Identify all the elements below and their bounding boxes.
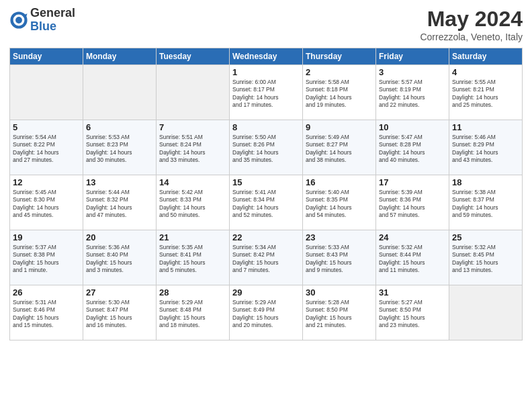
- day-number: 23: [306, 232, 373, 242]
- calendar-cell: 9Sunrise: 5:49 AM Sunset: 8:27 PM Daylig…: [303, 120, 376, 175]
- calendar-cell: [83, 65, 157, 120]
- calendar-week-row: 26Sunrise: 5:31 AM Sunset: 8:46 PM Dayli…: [10, 285, 523, 340]
- calendar-cell: 11Sunrise: 5:46 AM Sunset: 8:29 PM Dayli…: [449, 120, 523, 175]
- calendar-cell: 14Sunrise: 5:42 AM Sunset: 8:33 PM Dayli…: [157, 175, 230, 230]
- day-info: Sunrise: 5:54 AM Sunset: 8:22 PM Dayligh…: [13, 134, 80, 165]
- day-info: Sunrise: 5:39 AM Sunset: 8:36 PM Dayligh…: [379, 189, 446, 220]
- day-info: Sunrise: 5:32 AM Sunset: 8:44 PM Dayligh…: [379, 244, 446, 275]
- calendar-cell: 15Sunrise: 5:41 AM Sunset: 8:34 PM Dayli…: [230, 175, 303, 230]
- svg-point-2: [15, 17, 22, 24]
- day-number: 5: [13, 122, 80, 132]
- day-info: Sunrise: 5:40 AM Sunset: 8:35 PM Dayligh…: [306, 189, 373, 220]
- weekday-header: Sunday: [10, 48, 83, 65]
- calendar-cell: 2Sunrise: 5:58 AM Sunset: 8:18 PM Daylig…: [303, 65, 376, 120]
- day-info: Sunrise: 5:37 AM Sunset: 8:38 PM Dayligh…: [13, 244, 80, 275]
- weekday-header-row: SundayMondayTuesdayWednesdayThursdayFrid…: [10, 48, 523, 65]
- day-info: Sunrise: 5:45 AM Sunset: 8:30 PM Dayligh…: [13, 189, 80, 220]
- day-number: 2: [306, 67, 373, 77]
- logo-general: General: [30, 6, 75, 19]
- calendar-cell: 23Sunrise: 5:33 AM Sunset: 8:43 PM Dayli…: [303, 230, 376, 285]
- logo-blue: Blue: [30, 19, 56, 33]
- calendar-week-row: 5Sunrise: 5:54 AM Sunset: 8:22 PM Daylig…: [10, 120, 523, 175]
- day-info: Sunrise: 5:42 AM Sunset: 8:33 PM Dayligh…: [159, 189, 226, 220]
- calendar-cell: 3Sunrise: 5:57 AM Sunset: 8:19 PM Daylig…: [376, 65, 449, 120]
- day-number: 16: [306, 177, 373, 187]
- day-number: 24: [379, 232, 446, 242]
- day-number: 13: [86, 177, 153, 187]
- calendar-cell: 18Sunrise: 5:38 AM Sunset: 8:37 PM Dayli…: [449, 175, 523, 230]
- calendar-cell: 16Sunrise: 5:40 AM Sunset: 8:35 PM Dayli…: [303, 175, 376, 230]
- calendar-cell: 5Sunrise: 5:54 AM Sunset: 8:22 PM Daylig…: [10, 120, 83, 175]
- title-block: May 2024 Correzzola, Veneto, Italy: [420, 7, 523, 42]
- calendar-cell: [10, 65, 83, 120]
- day-info: Sunrise: 5:55 AM Sunset: 8:21 PM Dayligh…: [452, 79, 519, 109]
- day-number: 30: [306, 287, 373, 298]
- weekday-header: Tuesday: [157, 48, 230, 65]
- day-info: Sunrise: 5:51 AM Sunset: 8:24 PM Dayligh…: [159, 134, 226, 165]
- day-number: 12: [13, 177, 80, 187]
- day-number: 3: [379, 67, 446, 77]
- calendar-cell: [449, 285, 523, 340]
- calendar-cell: 22Sunrise: 5:34 AM Sunset: 8:42 PM Dayli…: [230, 230, 303, 285]
- calendar-cell: 1Sunrise: 6:00 AM Sunset: 8:17 PM Daylig…: [230, 65, 303, 120]
- day-info: Sunrise: 5:36 AM Sunset: 8:40 PM Dayligh…: [86, 244, 153, 275]
- day-info: Sunrise: 6:00 AM Sunset: 8:17 PM Dayligh…: [232, 79, 300, 109]
- day-number: 6: [86, 122, 153, 132]
- calendar-cell: 19Sunrise: 5:37 AM Sunset: 8:38 PM Dayli…: [10, 230, 83, 285]
- calendar-week-row: 12Sunrise: 5:45 AM Sunset: 8:30 PM Dayli…: [10, 175, 523, 230]
- day-number: 19: [13, 232, 80, 242]
- day-info: Sunrise: 5:35 AM Sunset: 8:41 PM Dayligh…: [159, 244, 226, 275]
- calendar-cell: 29Sunrise: 5:29 AM Sunset: 8:49 PM Dayli…: [230, 285, 303, 340]
- day-number: 4: [452, 67, 519, 77]
- calendar-cell: 20Sunrise: 5:36 AM Sunset: 8:40 PM Dayli…: [83, 230, 157, 285]
- day-info: Sunrise: 5:41 AM Sunset: 8:34 PM Dayligh…: [232, 189, 300, 220]
- calendar-cell: 25Sunrise: 5:32 AM Sunset: 8:45 PM Dayli…: [449, 230, 523, 285]
- logo-icon: [9, 11, 28, 30]
- calendar-cell: 17Sunrise: 5:39 AM Sunset: 8:36 PM Dayli…: [376, 175, 449, 230]
- calendar-week-row: 1Sunrise: 6:00 AM Sunset: 8:17 PM Daylig…: [10, 65, 523, 120]
- calendar-cell: [157, 65, 230, 120]
- day-number: 31: [379, 287, 446, 298]
- calendar-cell: 10Sunrise: 5:47 AM Sunset: 8:28 PM Dayli…: [376, 120, 449, 175]
- day-number: 8: [232, 122, 300, 132]
- day-number: 26: [13, 287, 80, 298]
- calendar-cell: 13Sunrise: 5:44 AM Sunset: 8:32 PM Dayli…: [83, 175, 157, 230]
- day-info: Sunrise: 5:53 AM Sunset: 8:23 PM Dayligh…: [86, 134, 153, 165]
- calendar-cell: 7Sunrise: 5:51 AM Sunset: 8:24 PM Daylig…: [157, 120, 230, 175]
- calendar-cell: 6Sunrise: 5:53 AM Sunset: 8:23 PM Daylig…: [83, 120, 157, 175]
- day-number: 11: [452, 122, 519, 132]
- calendar-cell: 27Sunrise: 5:30 AM Sunset: 8:47 PM Dayli…: [83, 285, 157, 340]
- day-number: 28: [159, 287, 226, 298]
- day-number: 20: [86, 232, 153, 242]
- day-number: 1: [232, 67, 300, 77]
- day-info: Sunrise: 5:29 AM Sunset: 8:49 PM Dayligh…: [232, 299, 300, 330]
- day-info: Sunrise: 5:31 AM Sunset: 8:46 PM Dayligh…: [13, 299, 80, 330]
- calendar-cell: 30Sunrise: 5:28 AM Sunset: 8:50 PM Dayli…: [303, 285, 376, 340]
- day-number: 18: [452, 177, 519, 187]
- day-number: 17: [379, 177, 446, 187]
- day-info: Sunrise: 5:30 AM Sunset: 8:47 PM Dayligh…: [86, 299, 153, 330]
- day-info: Sunrise: 5:57 AM Sunset: 8:19 PM Dayligh…: [379, 79, 446, 109]
- day-number: 9: [306, 122, 373, 132]
- day-number: 15: [232, 177, 300, 187]
- day-info: Sunrise: 5:38 AM Sunset: 8:37 PM Dayligh…: [452, 189, 519, 220]
- weekday-header: Saturday: [449, 48, 523, 65]
- calendar-week-row: 19Sunrise: 5:37 AM Sunset: 8:38 PM Dayli…: [10, 230, 523, 285]
- location: Correzzola, Veneto, Italy: [420, 32, 523, 42]
- day-info: Sunrise: 5:44 AM Sunset: 8:32 PM Dayligh…: [86, 189, 153, 220]
- day-number: 25: [452, 232, 519, 242]
- day-info: Sunrise: 5:34 AM Sunset: 8:42 PM Dayligh…: [232, 244, 300, 275]
- calendar-cell: 4Sunrise: 5:55 AM Sunset: 8:21 PM Daylig…: [449, 65, 523, 120]
- logo-text: General Blue: [30, 7, 75, 34]
- day-number: 7: [159, 122, 226, 132]
- calendar-cell: 12Sunrise: 5:45 AM Sunset: 8:30 PM Dayli…: [10, 175, 83, 230]
- calendar-cell: 26Sunrise: 5:31 AM Sunset: 8:46 PM Dayli…: [10, 285, 83, 340]
- calendar-table: SundayMondayTuesdayWednesdayThursdayFrid…: [9, 48, 523, 340]
- weekday-header: Wednesday: [230, 48, 303, 65]
- calendar-cell: 31Sunrise: 5:27 AM Sunset: 8:50 PM Dayli…: [376, 285, 449, 340]
- header: General Blue May 2024 Correzzola, Veneto…: [9, 7, 523, 42]
- calendar-cell: 28Sunrise: 5:29 AM Sunset: 8:48 PM Dayli…: [157, 285, 230, 340]
- calendar-cell: 21Sunrise: 5:35 AM Sunset: 8:41 PM Dayli…: [157, 230, 230, 285]
- weekday-header: Monday: [83, 48, 157, 65]
- day-info: Sunrise: 5:28 AM Sunset: 8:50 PM Dayligh…: [306, 299, 373, 330]
